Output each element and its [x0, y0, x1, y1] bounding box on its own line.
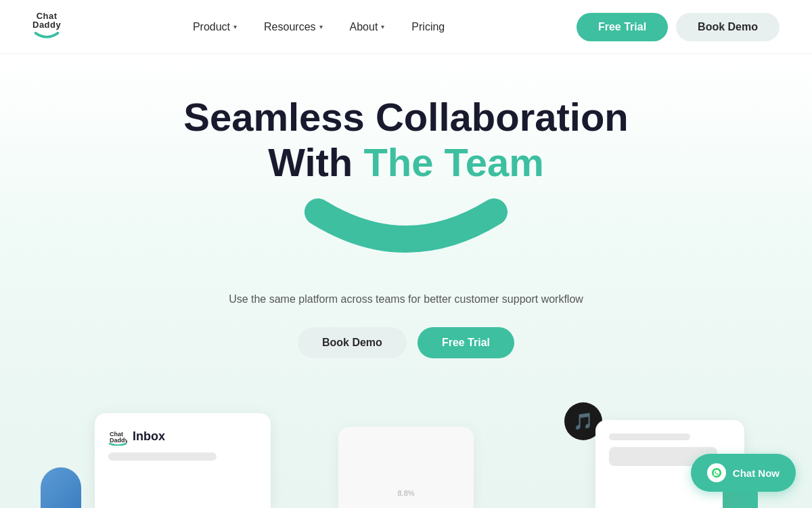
- right-card-bar-1: [609, 433, 690, 440]
- tiktok-icon: 🎵: [573, 412, 593, 431]
- nav-link-pricing: Pricing: [411, 21, 445, 33]
- nav-item-resources[interactable]: Resources ▾: [264, 21, 322, 33]
- hero-title-accent: The Team: [363, 140, 543, 184]
- hero-buttons: Book Demo Free Trial: [298, 327, 514, 358]
- chat-now-button[interactable]: Chat Now: [691, 454, 796, 492]
- logo-smile-icon: [34, 30, 60, 43]
- logo-text-daddy: Daddy: [32, 20, 61, 29]
- center-preview-card: 8.8%: [338, 427, 474, 508]
- nav-links: Product ▾ Resources ▾ About ▾ Pricing: [193, 21, 445, 33]
- logo-text-chat: Chat: [37, 12, 58, 20]
- inbox-logo-icon: Chat Daddy: [108, 427, 127, 446]
- nav-actions: Free Trial Book Demo: [577, 13, 780, 41]
- avatar-left: [41, 467, 81, 508]
- nav-free-trial-button[interactable]: Free Trial: [577, 13, 668, 41]
- chevron-down-icon: ▾: [381, 23, 384, 30]
- nav-book-demo-button[interactable]: Book Demo: [676, 13, 780, 41]
- nav-link-about: About: [350, 21, 378, 33]
- hero-book-demo-button[interactable]: Book Demo: [298, 327, 407, 358]
- navbar: Chat Daddy Product ▾ Resources ▾ About ▾: [0, 0, 812, 54]
- inbox-card: Chat Daddy Inbox: [95, 413, 271, 508]
- chat-now-label: Chat Now: [733, 467, 780, 479]
- svg-text:Daddy: Daddy: [110, 437, 127, 444]
- chevron-down-icon: ▾: [319, 23, 323, 30]
- hero-title-with: With: [268, 140, 363, 184]
- hero-subtitle: Use the same platform across teams for b…: [229, 291, 583, 308]
- inbox-header: Chat Daddy Inbox: [108, 427, 257, 446]
- hero-title: Seamless Collaboration With The Team: [183, 95, 629, 185]
- inbox-bar: [108, 452, 217, 461]
- center-card-text: 8.8%: [397, 489, 414, 497]
- hero-free-trial-button[interactable]: Free Trial: [418, 327, 514, 358]
- nav-item-about[interactable]: About ▾: [350, 21, 385, 33]
- nav-item-product[interactable]: Product ▾: [193, 21, 237, 33]
- chevron-down-icon: ▾: [233, 23, 237, 30]
- hero-title-line1: Seamless Collaboration: [183, 95, 629, 139]
- logo[interactable]: Chat Daddy: [32, 12, 61, 43]
- preview-area: Chat Daddy Inbox 8.8% 🎵: [0, 400, 812, 508]
- inbox-title: Inbox: [133, 429, 165, 444]
- hero-section: Seamless Collaboration With The Team Use…: [0, 54, 812, 508]
- whatsapp-icon: [707, 463, 726, 482]
- hero-smile-graphic: [304, 198, 508, 280]
- nav-link-product: Product: [193, 21, 230, 33]
- nav-item-pricing[interactable]: Pricing: [411, 21, 445, 33]
- nav-link-resources: Resources: [264, 21, 315, 33]
